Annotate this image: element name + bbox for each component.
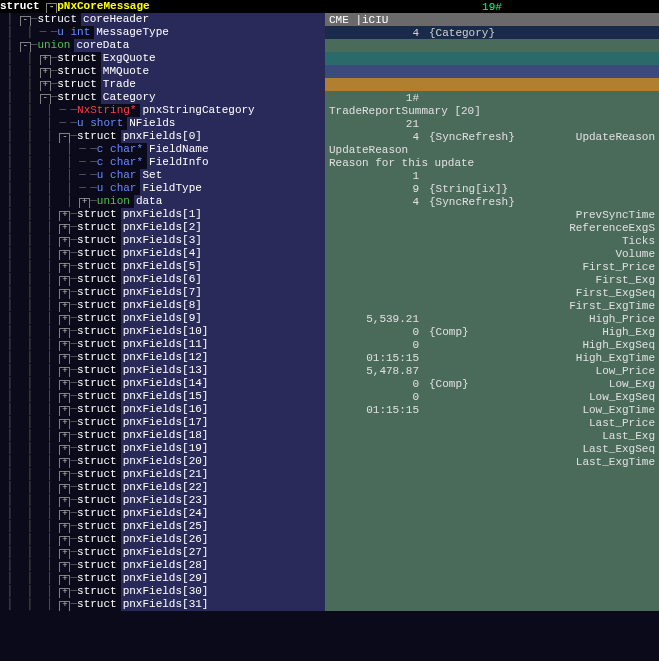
expand-slot[interactable]: +: [59, 273, 70, 286]
expand-icon[interactable]: +: [59, 549, 70, 560]
expand-slot[interactable]: +: [40, 78, 51, 91]
tree-row[interactable]: │ │ │ +─structpnxFields[5]: [0, 260, 325, 273]
tree-row[interactable]: │ │ +─structExgQuote: [0, 52, 325, 65]
expand-slot[interactable]: +: [59, 559, 70, 572]
expand-icon[interactable]: +: [40, 68, 51, 79]
tree-row[interactable]: │ │ │ +─structpnxFields[11]: [0, 338, 325, 351]
tree-row[interactable]: │ │ │ │ ──c char*FieldInfo: [0, 156, 325, 169]
tree-row[interactable]: │ │ │ +─structpnxFields[25]: [0, 520, 325, 533]
expand-slot[interactable]: -: [40, 91, 51, 104]
expand-icon[interactable]: +: [59, 380, 70, 391]
tree-row[interactable]: │ │ │ +─structpnxFields[7]: [0, 286, 325, 299]
collapse-icon[interactable]: -: [20, 16, 31, 27]
expand-slot[interactable]: +: [59, 377, 70, 390]
expand-slot[interactable]: +: [59, 585, 70, 598]
expand-slot[interactable]: +: [79, 195, 90, 208]
expand-slot[interactable]: +: [59, 286, 70, 299]
tree-row[interactable]: │ │ │ +─structpnxFields[13]: [0, 364, 325, 377]
expand-icon[interactable]: +: [59, 263, 70, 274]
expand-slot[interactable]: +: [59, 494, 70, 507]
tree-row[interactable]: │ │ │ │ +─uniondata: [0, 195, 325, 208]
expand-slot[interactable]: +: [59, 260, 70, 273]
expand-slot[interactable]: +: [59, 247, 70, 260]
expand-icon[interactable]: +: [59, 224, 70, 235]
expand-slot[interactable]: +: [59, 403, 70, 416]
tree-row[interactable]: │ │ │ +─structpnxFields[16]: [0, 403, 325, 416]
expand-icon[interactable]: +: [59, 562, 70, 573]
tree-row[interactable]: │ │ │ +─structpnxFields[15]: [0, 390, 325, 403]
tree-row[interactable]: │ │ │ +─structpnxFields[31]: [0, 598, 325, 611]
tree-row[interactable]: │ │ │ +─structpnxFields[29]: [0, 572, 325, 585]
expand-icon[interactable]: +: [59, 276, 70, 287]
tree-row[interactable]: │ │ │ +─structpnxFields[27]: [0, 546, 325, 559]
tree-row[interactable]: │ │ │ +─structpnxFields[6]: [0, 273, 325, 286]
expand-slot[interactable]: +: [59, 338, 70, 351]
expand-slot[interactable]: +: [59, 390, 70, 403]
expand-icon[interactable]: +: [59, 315, 70, 326]
tree-row[interactable]: │ │ │ +─structpnxFields[3]: [0, 234, 325, 247]
tree-row[interactable]: │ │ -─structCategory: [0, 91, 325, 104]
collapse-icon[interactable]: -: [46, 3, 57, 14]
expand-icon[interactable]: +: [59, 432, 70, 443]
expand-icon[interactable]: +: [59, 601, 70, 612]
expand-slot[interactable]: +: [59, 351, 70, 364]
tree-row[interactable]: │ │ │ │ ──u charFieldType: [0, 182, 325, 195]
expand-icon[interactable]: +: [59, 211, 70, 222]
tree-row[interactable]: │ │ │ +─structpnxFields[23]: [0, 494, 325, 507]
tree-row[interactable]: │ │ │ +─structpnxFields[4]: [0, 247, 325, 260]
expand-icon[interactable]: +: [40, 81, 51, 92]
expand-icon[interactable]: +: [59, 523, 70, 534]
expand-slot[interactable]: +: [59, 520, 70, 533]
expand-slot[interactable]: +: [59, 208, 70, 221]
expand-slot[interactable]: +: [59, 299, 70, 312]
expand-icon[interactable]: +: [59, 536, 70, 547]
expand-slot[interactable]: -: [59, 130, 70, 143]
expand-icon[interactable]: +: [59, 588, 70, 599]
expand-icon[interactable]: +: [59, 471, 70, 482]
expand-icon[interactable]: +: [59, 354, 70, 365]
tree-row[interactable]: │ │ │ +─structpnxFields[12]: [0, 351, 325, 364]
expand-icon[interactable]: +: [59, 250, 70, 261]
expand-icon[interactable]: +: [59, 497, 70, 508]
tree-row[interactable]: │ │ │ +─structpnxFields[2]: [0, 221, 325, 234]
expand-icon[interactable]: +: [59, 575, 70, 586]
tree-row[interactable]: │ │ │ +─structpnxFields[28]: [0, 559, 325, 572]
collapse-icon[interactable]: -: [20, 42, 31, 53]
expand-slot[interactable]: +: [59, 598, 70, 611]
expand-icon[interactable]: +: [59, 419, 70, 430]
expand-slot[interactable]: +: [59, 507, 70, 520]
expand-slot[interactable]: +: [59, 234, 70, 247]
tree-row[interactable]: │ │ │ +─structpnxFields[8]: [0, 299, 325, 312]
tree-row[interactable]: │ │ │ +─structpnxFields[14]: [0, 377, 325, 390]
expand-icon[interactable]: +: [59, 458, 70, 469]
expand-slot[interactable]: +: [59, 455, 70, 468]
expand-icon[interactable]: +: [59, 341, 70, 352]
tree-row[interactable]: │ │ +─structMMQuote: [0, 65, 325, 78]
tree-row[interactable]: │ │ │ +─structpnxFields[9]: [0, 312, 325, 325]
expand-slot[interactable]: +: [59, 481, 70, 494]
expand-slot[interactable]: +: [59, 364, 70, 377]
tree-row[interactable]: │ │ ──u intMessageType: [0, 26, 325, 39]
tree-row[interactable]: │ │ │ +─structpnxFields[17]: [0, 416, 325, 429]
collapse-icon[interactable]: -: [59, 133, 70, 144]
expand-icon[interactable]: +: [59, 367, 70, 378]
expand-slot[interactable]: -: [20, 13, 31, 26]
tree-row[interactable]: │ │ │ +─structpnxFields[10]: [0, 325, 325, 338]
tree-row[interactable]: │ -─structcoreHeader: [0, 13, 325, 26]
expand-icon[interactable]: +: [59, 237, 70, 248]
expand-slot[interactable]: +: [59, 429, 70, 442]
expand-slot[interactable]: +: [40, 65, 51, 78]
expand-slot[interactable]: +: [59, 325, 70, 338]
collapse-icon[interactable]: -: [40, 94, 51, 105]
tree-row[interactable]: │ │ │ +─structpnxFields[18]: [0, 429, 325, 442]
tree-row[interactable]: │ │ +─structTrade: [0, 78, 325, 91]
expand-icon[interactable]: +: [59, 406, 70, 417]
expand-icon[interactable]: +: [40, 55, 51, 66]
expand-slot[interactable]: +: [59, 533, 70, 546]
expand-slot[interactable]: +: [59, 468, 70, 481]
expand-slot[interactable]: -: [20, 39, 31, 52]
expand-icon[interactable]: +: [59, 510, 70, 521]
expand-slot[interactable]: +: [59, 221, 70, 234]
expand-icon[interactable]: +: [79, 198, 90, 209]
expand-icon[interactable]: +: [59, 289, 70, 300]
